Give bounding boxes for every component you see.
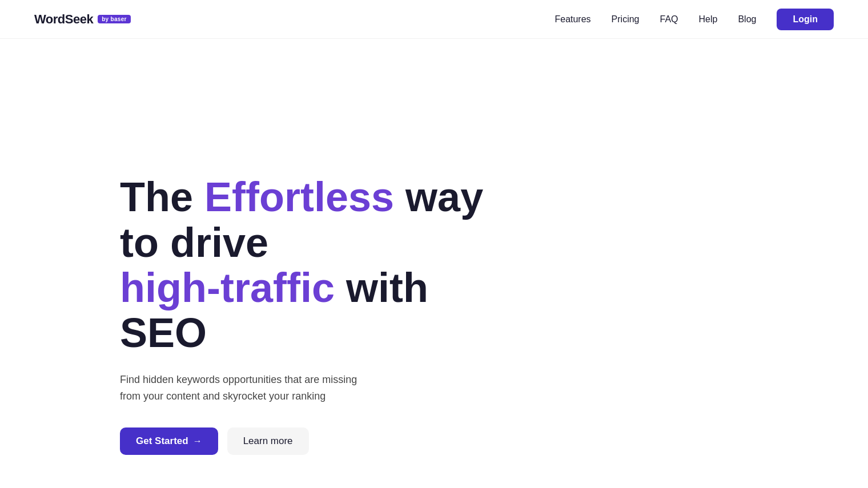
nav-link-faq[interactable]: FAQ xyxy=(660,14,678,24)
nav-item-blog[interactable]: Blog xyxy=(738,14,756,25)
get-started-label: Get Started xyxy=(136,435,188,447)
learn-more-button[interactable]: Learn more xyxy=(227,427,309,455)
nav-item-help[interactable]: Help xyxy=(699,14,718,25)
login-button[interactable]: Login xyxy=(777,9,834,30)
hero-subtext: Find hidden keywords opportunities that … xyxy=(120,372,365,405)
navbar: WordSeek by baser Features Pricing FAQ H… xyxy=(0,0,868,39)
heading-accent1: Effortless xyxy=(204,174,394,220)
nav-item-pricing[interactable]: Pricing xyxy=(612,14,640,25)
arrow-right-icon: → xyxy=(193,436,202,446)
get-started-button[interactable]: Get Started → xyxy=(120,427,218,455)
hero-buttons: Get Started → Learn more xyxy=(120,427,748,455)
nav-item-login[interactable]: Login xyxy=(777,9,834,30)
hero-heading: The Effortless way to drive high-traffic… xyxy=(120,175,491,356)
logo-badge: by baser xyxy=(98,15,131,23)
heading-part1: The xyxy=(120,174,204,220)
hero-section: The Effortless way to drive high-traffic… xyxy=(0,39,868,488)
logo-text: WordSeek xyxy=(34,12,93,27)
nav-link-help[interactable]: Help xyxy=(699,14,718,24)
heading-accent2: high-traffic xyxy=(120,265,335,310)
nav-link-features[interactable]: Features xyxy=(554,14,590,24)
nav-item-features[interactable]: Features xyxy=(554,14,590,25)
logo[interactable]: WordSeek by baser xyxy=(34,12,131,27)
nav-item-faq[interactable]: FAQ xyxy=(660,14,678,25)
nav-link-blog[interactable]: Blog xyxy=(738,14,756,24)
nav-link-pricing[interactable]: Pricing xyxy=(612,14,640,24)
nav-links: Features Pricing FAQ Help Blog Login xyxy=(554,9,834,30)
